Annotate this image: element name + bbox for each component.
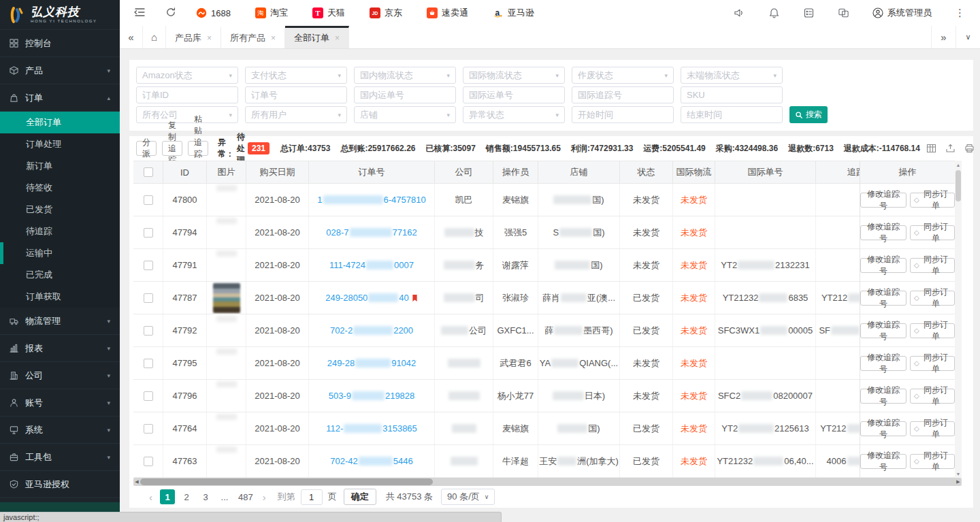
order-number-link[interactable]: 702-22200 bbox=[330, 325, 413, 336]
filter-select-国际物流状态[interactable]: 国际物流状态▾ bbox=[463, 67, 565, 84]
sync-order-button[interactable]: ◇同步订单 bbox=[910, 389, 955, 404]
sync-order-button[interactable]: ◇同步订单 bbox=[910, 225, 955, 240]
close-icon[interactable]: × bbox=[271, 33, 276, 43]
edit-tracking-button[interactable]: 修改追踪号 bbox=[860, 291, 906, 306]
row-checkbox[interactable] bbox=[144, 293, 153, 303]
toolbar-button-分派[interactable]: 分派 bbox=[136, 141, 157, 156]
scroll-down-icon[interactable]: ▼ bbox=[955, 470, 962, 478]
filter-select-作废状态[interactable]: 作废状态▾ bbox=[572, 67, 674, 84]
tabs-scroll-right-icon[interactable]: » bbox=[931, 26, 956, 48]
filter-select-支付状态[interactable]: 支付状态▾ bbox=[245, 67, 347, 84]
order-number-link[interactable]: 249-2891042 bbox=[327, 358, 416, 368]
next-page-icon[interactable]: › bbox=[261, 491, 268, 503]
order-number-link[interactable]: 111-47240007 bbox=[329, 260, 414, 270]
column-settings-icon[interactable] bbox=[926, 143, 937, 154]
filter-input-国内运单号[interactable] bbox=[354, 86, 456, 103]
order-number-link[interactable]: 112-3153865 bbox=[326, 423, 417, 434]
sidebar-item-控制台[interactable]: 控制台 bbox=[0, 30, 120, 57]
jump-page-input[interactable] bbox=[301, 489, 323, 505]
sidebar-subitem-新订单[interactable]: 新订单 bbox=[0, 155, 120, 177]
sidebar-subitem-待追踪[interactable]: 待追踪 bbox=[0, 221, 120, 242]
filter-select-国内物流状态[interactable]: 国内物流状态▾ bbox=[354, 67, 456, 84]
row-checkbox[interactable] bbox=[144, 391, 153, 401]
pending-count-badge[interactable]: 231 bbox=[248, 142, 270, 154]
edit-tracking-button[interactable]: 修改追踪号 bbox=[860, 389, 906, 404]
sidebar-subitem-已发货[interactable]: 已发货 bbox=[0, 199, 120, 221]
filter-select-Amazon状态[interactable]: Amazon状态▾ bbox=[136, 67, 238, 84]
notification-bell-icon[interactable] bbox=[768, 7, 780, 18]
marketplace-京东[interactable]: JD京东 bbox=[370, 7, 402, 19]
export-icon[interactable] bbox=[945, 143, 956, 154]
sidebar-subitem-全部订单[interactable]: 全部订单 bbox=[0, 112, 120, 133]
marketplace-淘宝[interactable]: 淘淘宝 bbox=[255, 7, 288, 19]
sync-order-button[interactable]: ◇同步订单 bbox=[910, 323, 955, 338]
filter-input-结束时间[interactable] bbox=[681, 106, 783, 123]
page-size-select[interactable]: 90 条/页 ∨ bbox=[441, 489, 495, 505]
scroll-left-icon[interactable]: ◀ bbox=[133, 478, 140, 486]
tabs-menu-icon[interactable]: ∨ bbox=[956, 26, 980, 48]
filter-select-所有用户[interactable]: 所有用户▾ bbox=[245, 106, 347, 123]
filter-select-所有公司[interactable]: 所有公司▾ bbox=[136, 106, 238, 123]
sync-order-button[interactable]: ◇同步订单 bbox=[910, 193, 955, 208]
prev-page-icon[interactable]: ‹ bbox=[147, 491, 154, 503]
marketplace-1688[interactable]: 1688 bbox=[196, 7, 231, 18]
marketplace-天猫[interactable]: T天猫 bbox=[312, 7, 345, 19]
sidebar-subitem-已完成[interactable]: 已完成 bbox=[0, 264, 120, 286]
confirm-page-button[interactable]: 确定 bbox=[344, 489, 376, 505]
user-menu[interactable]: 系统管理员 bbox=[872, 7, 932, 19]
close-icon[interactable]: × bbox=[335, 33, 340, 43]
row-checkbox[interactable] bbox=[144, 326, 153, 336]
toolbar-button-复制追踪号[interactable]: 复制追踪号 bbox=[162, 141, 182, 156]
edit-tracking-button[interactable]: 修改追踪号 bbox=[860, 454, 906, 469]
vertical-scrollbar-thumb[interactable] bbox=[956, 170, 961, 201]
edit-tracking-button[interactable]: 修改追踪号 bbox=[860, 421, 906, 436]
row-checkbox[interactable] bbox=[144, 424, 153, 434]
filter-input-订单号[interactable] bbox=[245, 86, 347, 103]
sidebar-item-亚马逊授权[interactable]: 亚马逊授权 bbox=[0, 471, 120, 498]
sidebar-item-物流管理[interactable]: 物流管理▾ bbox=[0, 308, 120, 335]
order-number-link[interactable]: 16-4757810 bbox=[317, 195, 425, 205]
select-all-checkbox[interactable] bbox=[144, 167, 153, 177]
edit-tracking-button[interactable]: 修改追踪号 bbox=[860, 193, 906, 208]
tab-产品库[interactable]: 产品库× bbox=[166, 26, 221, 48]
sync-order-button[interactable]: ◇同步订单 bbox=[910, 258, 955, 273]
refresh-icon[interactable] bbox=[165, 7, 178, 19]
sync-order-button[interactable]: ◇同步订单 bbox=[910, 421, 955, 436]
sidebar-subitem-运输中[interactable]: 运输中 bbox=[0, 242, 120, 264]
sync-order-button[interactable]: ◇同步订单 bbox=[910, 291, 955, 306]
sidebar-item-工具包[interactable]: 工具包▾ bbox=[0, 444, 120, 471]
sidebar-subitem-订单处理[interactable]: 订单处理 bbox=[0, 133, 120, 155]
sidebar-subitem-待签收[interactable]: 待签收 bbox=[0, 177, 120, 199]
more-menu-icon[interactable]: ⋮ bbox=[955, 7, 965, 19]
filter-input-开始时间[interactable] bbox=[572, 106, 674, 123]
scroll-right-icon[interactable]: ▶ bbox=[955, 478, 962, 486]
apps-grid-icon[interactable] bbox=[803, 7, 815, 18]
sync-windows-icon[interactable] bbox=[838, 7, 849, 18]
filter-input-SKU[interactable] bbox=[681, 86, 783, 103]
sync-order-button[interactable]: ◇同步订单 bbox=[910, 356, 955, 371]
toolbar-button-粘贴追踪结果[interactable]: 粘贴追踪结果 bbox=[188, 141, 208, 156]
filter-select-末端物流状态[interactable]: 末端物流状态▾ bbox=[681, 67, 783, 84]
order-number-link[interactable]: 503-9219828 bbox=[329, 391, 415, 401]
order-number-link[interactable]: 702-425446 bbox=[330, 456, 412, 466]
sidebar-item-报表[interactable]: 报表▾ bbox=[0, 335, 120, 362]
sidebar-item-公司[interactable]: 公司▾ bbox=[0, 362, 120, 389]
row-checkbox[interactable] bbox=[144, 261, 153, 270]
filter-input-订单ID[interactable] bbox=[136, 86, 238, 103]
collapse-sidebar-icon[interactable] bbox=[133, 7, 147, 19]
tabs-scroll-left-icon[interactable]: « bbox=[120, 26, 143, 48]
edit-tracking-button[interactable]: 修改追踪号 bbox=[860, 323, 906, 338]
tab-所有产品[interactable]: 所有产品× bbox=[221, 26, 285, 48]
edit-tracking-button[interactable]: 修改追踪号 bbox=[860, 225, 906, 240]
sync-order-button[interactable]: ◇同步订单 bbox=[910, 454, 955, 469]
sidebar-item-账号[interactable]: 账号▾ bbox=[0, 389, 120, 417]
scroll-up-icon[interactable]: ▲ bbox=[955, 161, 962, 169]
order-number-link[interactable]: 028-777162 bbox=[326, 227, 416, 238]
sidebar-subitem-订单获取[interactable]: 订单获取 bbox=[0, 286, 120, 308]
sidebar-item-产品[interactable]: 产品▾ bbox=[0, 57, 120, 84]
edit-tracking-button[interactable]: 修改追踪号 bbox=[860, 356, 906, 371]
row-checkbox[interactable] bbox=[144, 228, 153, 238]
filter-select-异常状态[interactable]: 异常状态▾ bbox=[463, 106, 565, 123]
horizontal-scrollbar-thumb[interactable] bbox=[140, 478, 433, 485]
page-button-3[interactable]: 3 bbox=[198, 489, 213, 504]
